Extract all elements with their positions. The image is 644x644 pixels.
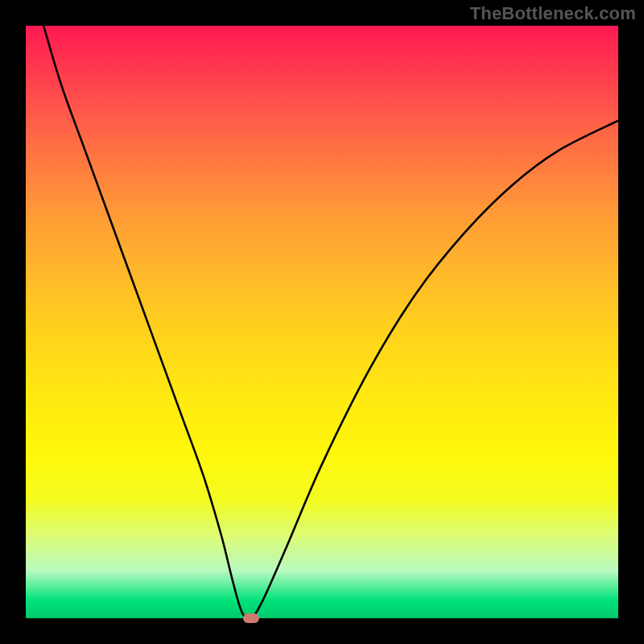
bottleneck-curve-path: [43, 26, 618, 618]
plot-area: [26, 26, 618, 618]
watermark-text: TheBottleneck.com: [470, 3, 636, 24]
chart-frame: TheBottleneck.com: [0, 0, 644, 644]
line-series: [26, 26, 618, 618]
bottleneck-marker: [243, 613, 259, 623]
